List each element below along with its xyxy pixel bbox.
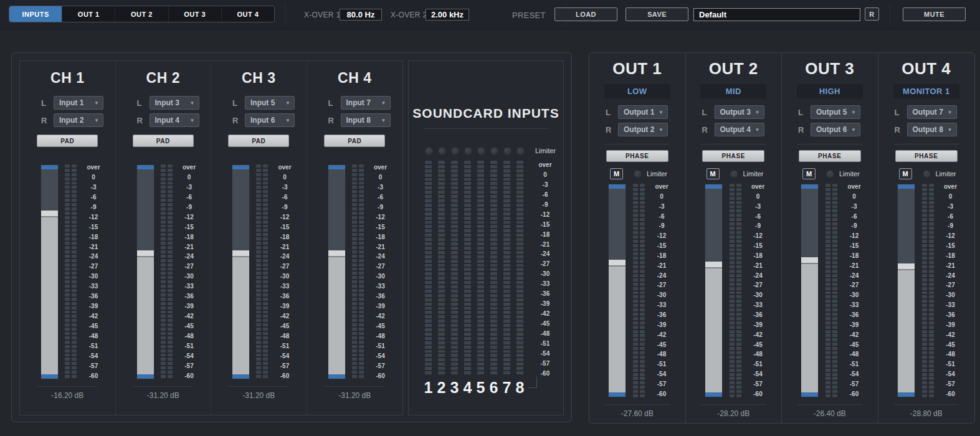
left-input-select[interactable]: Input 7 ▼ [341, 96, 391, 110]
right-input-value: Input 4 [155, 116, 190, 125]
meter-scale-label: -54 [746, 371, 770, 377]
phase-button[interactable]: PHASE [799, 150, 861, 162]
meter-scale-label: -57 [939, 381, 963, 387]
output-title: OUT 3 [805, 59, 854, 78]
channel-mute-button[interactable]: M [706, 168, 720, 179]
right-output-select[interactable]: Output 2 ▼ [618, 123, 668, 136]
tab-out-2[interactable]: OUT 2 [115, 6, 168, 22]
channel-mute-button[interactable]: M [610, 168, 623, 179]
tab-out-4[interactable]: OUT 4 [222, 6, 274, 22]
right-input-select[interactable]: Input 6 ▼ [245, 113, 295, 127]
meter-scale-label: -30 [369, 273, 392, 280]
meter-scale-label: -30 [178, 273, 201, 280]
meter-scale-label: -33 [842, 302, 866, 308]
chevron-down-icon: ▼ [285, 118, 290, 123]
soundcard-meter [464, 161, 471, 376]
meter-scale-label: 0 [178, 174, 201, 181]
phase-button[interactable]: PHASE [606, 150, 668, 162]
right-output-select[interactable]: Output 4 ▼ [715, 123, 764, 136]
phase-button[interactable]: PHASE [895, 150, 958, 162]
meter-scale-label: -54 [842, 371, 866, 377]
soundcard-meter [451, 161, 458, 376]
meter-scale-label: -36 [178, 293, 201, 300]
left-output-select[interactable]: Output 5 ▼ [811, 105, 860, 119]
meter-scale-label: -3 [369, 184, 392, 191]
xover2-value-field[interactable]: 2.00 kHz [426, 9, 469, 21]
limiter-label: Limiter [936, 170, 956, 178]
right-output-select[interactable]: Output 8 ▼ [907, 123, 957, 136]
pad-button[interactable]: PAD [228, 135, 289, 147]
level-fader[interactable] [705, 184, 723, 397]
right-input-select[interactable]: Input 4 ▼ [150, 113, 199, 127]
channel-mute-button[interactable]: M [802, 168, 816, 179]
reset-button[interactable]: R [865, 7, 879, 21]
meter-area: over0-3-6-9-12-15-18-21-24-27-30-33-36-3… [211, 164, 307, 379]
mute-limiter-row: M Limiter [686, 168, 782, 179]
left-input-select[interactable]: Input 3 ▼ [150, 96, 199, 110]
meter-scale-label: -39 [939, 322, 963, 328]
meter-scale-label: -45 [939, 342, 963, 348]
meter-scale-label: -36 [369, 293, 392, 300]
tab-out-1[interactable]: OUT 1 [62, 6, 115, 22]
level-meter-right [168, 164, 173, 379]
meter-scale: over0-3-6-9-12-15-18-21-24-27-30-33-36-3… [532, 162, 558, 377]
save-button[interactable]: SAVE [626, 7, 688, 21]
level-fader[interactable] [232, 164, 250, 379]
level-fader[interactable] [608, 184, 626, 397]
tab-inputs[interactable]: INPUTS [9, 6, 62, 22]
meter-scale-label: -45 [369, 323, 392, 329]
pad-button[interactable]: PAD [133, 135, 194, 147]
meter-scale-label: -27 [939, 282, 963, 288]
left-input-select[interactable]: Input 1 ▼ [54, 96, 103, 110]
toolbar: INPUTS OUT 1 OUT 2 OUT 3 OUT 4 X-OVER 1 … [0, 0, 980, 29]
preset-name-field[interactable] [693, 8, 860, 21]
mute-button[interactable]: MUTE [903, 7, 966, 21]
left-output-select[interactable]: Output 1 ▼ [618, 105, 668, 119]
meter-scale-label: -27 [842, 282, 866, 288]
pad-button[interactable]: PAD [324, 135, 385, 147]
left-input-select[interactable]: Input 5 ▼ [245, 96, 295, 110]
left-label: L [606, 108, 613, 117]
meter-scale-label: -6 [369, 194, 392, 201]
level-fader[interactable] [328, 164, 346, 379]
right-label: R [137, 116, 145, 125]
gain-readout: -26.40 dB [814, 409, 846, 418]
meter-scale-label: -42 [369, 313, 392, 320]
left-output-select[interactable]: Output 3 ▼ [715, 105, 764, 119]
level-fader[interactable] [897, 184, 915, 397]
meter-scale-label: 0 [650, 194, 673, 200]
meter-scale-label: -33 [650, 302, 673, 308]
meter-scale-label: -36 [939, 312, 963, 318]
meter-scale-label: -15 [273, 224, 297, 230]
input-channel-3: CH 3 L Input 5 ▼ R Input 6 ▼ PAD [211, 61, 307, 415]
meter-scale-label: -45 [650, 342, 673, 348]
scale-bracket [528, 377, 537, 388]
load-button[interactable]: LOAD [554, 7, 617, 21]
right-input-select[interactable]: Input 2 ▼ [54, 113, 103, 127]
limiter-led [730, 170, 738, 178]
meter-scale-label: -6 [939, 214, 963, 220]
channel-mute-button[interactable]: M [899, 168, 912, 179]
meter-scale: over0-3-6-9-12-15-18-21-24-27-30-33-36-3… [369, 164, 392, 379]
right-output-select[interactable]: Output 6 ▼ [811, 123, 860, 136]
level-fader[interactable] [40, 164, 59, 379]
phase-button[interactable]: PHASE [702, 150, 764, 162]
level-meter-left [352, 164, 357, 379]
gain-readout: -16.20 dB [51, 391, 83, 400]
right-input-value: Input 6 [250, 116, 285, 125]
pad-button[interactable]: PAD [37, 135, 98, 147]
right-label: R [606, 125, 613, 135]
tab-out-3[interactable]: OUT 3 [169, 6, 222, 22]
meter-scale-label: -3 [650, 204, 673, 210]
meter-scale-label: over [82, 164, 105, 171]
meter-area: over0-3-6-9-12-15-18-21-24-27-30-33-36-3… [686, 184, 782, 397]
left-output-select[interactable]: Output 7 ▼ [907, 105, 957, 119]
level-fader[interactable] [801, 184, 819, 397]
meter-scale-label: -39 [650, 322, 673, 328]
xover1-value-field[interactable]: 80.0 Hz [340, 9, 382, 21]
right-input-select[interactable]: Input 8 ▼ [341, 113, 391, 127]
level-fader[interactable] [136, 164, 155, 379]
meter-scale-label: -21 [532, 242, 558, 248]
meter-scale-label: -39 [82, 303, 105, 310]
meter-scale-label: -42 [939, 332, 963, 338]
